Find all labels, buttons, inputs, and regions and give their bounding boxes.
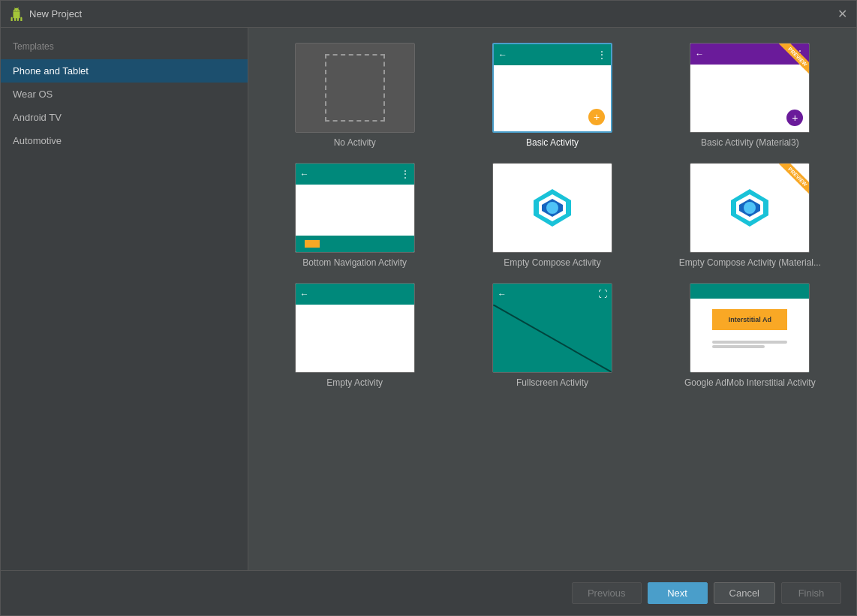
basic-activity-fab: + bbox=[588, 109, 605, 125]
empty-activity-thumb: ← bbox=[295, 283, 415, 373]
back-arrow-icon-m3: ← bbox=[695, 49, 704, 59]
compose-logo-icon bbox=[530, 185, 575, 230]
template-basic-activity[interactable]: ← ⋮ + Basic Activity bbox=[461, 43, 643, 148]
ad-lines bbox=[706, 336, 793, 353]
basic-activity-material3-label: Basic Activity (Material3) bbox=[701, 137, 799, 148]
main-area: No Activity ← ⋮ + Basic Activity bbox=[248, 28, 856, 570]
no-activity-label: No Activity bbox=[334, 137, 376, 148]
finish-button[interactable]: Finish bbox=[781, 582, 841, 604]
bottom-nav-indicator bbox=[305, 240, 320, 248]
empty-activity-label: Empty Activity bbox=[326, 377, 383, 388]
sidebar-item-automotive[interactable]: Automotive bbox=[1, 129, 248, 152]
empty-activity-body bbox=[296, 305, 414, 372]
templates-grid: No Activity ← ⋮ + Basic Activity bbox=[248, 28, 856, 570]
cancel-button[interactable]: Cancel bbox=[714, 582, 775, 604]
svg-point-7 bbox=[744, 202, 756, 214]
fullscreen-header: ← ⛶ bbox=[493, 284, 612, 305]
templates-label: Templates bbox=[1, 37, 248, 59]
no-activity-thumb bbox=[295, 43, 415, 133]
compose-logo-container bbox=[493, 164, 612, 252]
dialog-title: New Project bbox=[29, 8, 82, 20]
fullscreen-thumb: ← ⛶ bbox=[492, 283, 612, 373]
basic-activity-label: Basic Activity bbox=[526, 137, 579, 148]
svg-point-3 bbox=[546, 202, 558, 214]
sidebar-item-phone-tablet[interactable]: Phone and Tablet bbox=[1, 59, 248, 83]
bottom-nav-body bbox=[296, 185, 414, 252]
basic-activity-body: + bbox=[494, 65, 611, 131]
template-fullscreen[interactable]: ← ⛶ Fullscreen Activity bbox=[461, 283, 643, 388]
interstitial-thumb: Interstitial Ad bbox=[690, 283, 810, 373]
bottom-nav-bar bbox=[296, 236, 414, 252]
interstitial-label: Google AdMob Interstitial Activity bbox=[684, 377, 816, 388]
sidebar-item-wear-os[interactable]: Wear OS bbox=[1, 83, 248, 106]
back-arrow-icon-fs: ← bbox=[498, 289, 507, 299]
back-arrow-icon-ea: ← bbox=[300, 289, 309, 299]
empty-compose-material-label: Empty Compose Activity (Material... bbox=[679, 257, 821, 268]
preview-label: PREVIEW bbox=[779, 44, 809, 76]
fullscreen-expand-icon: ⛶ bbox=[598, 289, 607, 299]
more-icon-bn: ⋮ bbox=[401, 169, 410, 179]
template-no-activity[interactable]: No Activity bbox=[263, 43, 446, 148]
close-button[interactable]: ✕ bbox=[837, 7, 847, 21]
content-area: Templates Phone and Tablet Wear OS Andro… bbox=[1, 28, 856, 570]
template-empty-compose-material[interactable]: PREVIEW Empty Compose Activity (Material… bbox=[659, 163, 841, 268]
previous-button[interactable]: Previous bbox=[572, 582, 642, 604]
compose-material-preview-label: PREVIEW bbox=[779, 164, 809, 196]
no-activity-placeholder bbox=[325, 54, 385, 122]
svg-line-8 bbox=[493, 305, 612, 372]
footer: Previous Next Cancel Finish bbox=[1, 570, 856, 615]
preview-ribbon: PREVIEW bbox=[771, 44, 809, 81]
basic-activity-thumb: ← ⋮ + bbox=[492, 43, 612, 133]
compose-material-logo-icon bbox=[727, 185, 772, 230]
template-interstitial[interactable]: Interstitial Ad Google AdMob Interstitia… bbox=[659, 283, 841, 388]
bottom-nav-header: ← ⋮ bbox=[296, 164, 414, 185]
title-bar-left: New Project bbox=[10, 8, 82, 21]
back-arrow-icon-bn: ← bbox=[300, 169, 309, 179]
empty-compose-material-thumb: PREVIEW bbox=[690, 163, 810, 253]
android-icon bbox=[10, 8, 23, 21]
fullscreen-label: Fullscreen Activity bbox=[516, 377, 588, 388]
diagonal-line-svg bbox=[493, 305, 612, 372]
bottom-navigation-label: Bottom Navigation Activity bbox=[302, 257, 407, 268]
interstitial-header bbox=[690, 284, 809, 299]
basic-activity-header: ← ⋮ bbox=[494, 44, 611, 65]
bottom-nav-thumb: ← ⋮ bbox=[295, 163, 415, 253]
new-project-dialog: New Project ✕ Templates Phone and Tablet… bbox=[0, 0, 857, 616]
title-bar: New Project ✕ bbox=[1, 1, 856, 28]
empty-activity-header: ← bbox=[296, 284, 414, 305]
sidebar-item-android-tv[interactable]: Android TV bbox=[1, 106, 248, 129]
sidebar: Templates Phone and Tablet Wear OS Andro… bbox=[1, 28, 248, 570]
next-button[interactable]: Next bbox=[648, 582, 708, 604]
basic-activity-material3-fab: + bbox=[786, 110, 803, 126]
empty-compose-label: Empty Compose Activity bbox=[504, 257, 600, 268]
back-arrow-icon: ← bbox=[498, 50, 507, 60]
compose-material-preview-ribbon: PREVIEW bbox=[771, 164, 809, 201]
empty-compose-thumb bbox=[492, 163, 612, 253]
template-bottom-navigation[interactable]: ← ⋮ Bottom Navigation Activity bbox=[263, 163, 446, 268]
template-basic-activity-material3[interactable]: ← ⋮ + PREVIEW Basic Activity (Material3) bbox=[659, 43, 841, 148]
ad-line-2 bbox=[712, 345, 765, 348]
more-icon: ⋮ bbox=[597, 50, 606, 60]
ad-line-1 bbox=[712, 341, 787, 344]
interstitial-body: Interstitial Ad bbox=[690, 299, 809, 372]
template-empty-compose[interactable]: Empty Compose Activity bbox=[461, 163, 643, 268]
ad-label: Interstitial Ad bbox=[729, 316, 771, 323]
fullscreen-body bbox=[493, 305, 612, 372]
ad-box: Interstitial Ad bbox=[712, 309, 787, 330]
basic-activity-material3-thumb: ← ⋮ + PREVIEW bbox=[690, 43, 810, 133]
template-empty-activity[interactable]: ← Empty Activity bbox=[263, 283, 446, 388]
